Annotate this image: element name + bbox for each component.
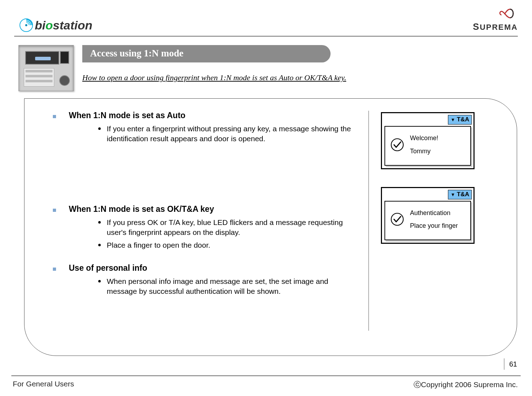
screen-text: Welcome! Tommy xyxy=(410,133,438,156)
brand-logo-left: biostation xyxy=(19,18,92,32)
list-item: If you enter a fingerprint without press… xyxy=(98,124,358,144)
list-item: Place a finger to open the door. xyxy=(98,240,358,250)
infinity-icon xyxy=(498,7,518,19)
list-item: When personal info image and message are… xyxy=(98,276,358,297)
section-heading: When 1:N mode is set as Auto xyxy=(69,111,185,120)
ta-badge: ▼ T&A xyxy=(448,190,472,199)
brand-logo-right: SUPREMA xyxy=(473,7,518,32)
bullet-square-icon xyxy=(53,209,56,212)
device-thumbnail-image xyxy=(18,45,74,91)
screen-text: Authentication Place your finger xyxy=(410,208,458,231)
check-circle-icon xyxy=(390,138,404,152)
content-panel: When 1:N mode is set as Auto If you ente… xyxy=(24,98,517,356)
bullet-square-icon xyxy=(53,115,56,118)
svg-point-1 xyxy=(25,24,27,26)
footer-left: For General Users xyxy=(13,380,74,390)
triangle-down-icon: ▼ xyxy=(450,192,455,197)
section-heading: Use of personal info xyxy=(69,263,147,273)
triangle-down-icon: ▼ xyxy=(450,117,455,122)
ta-badge: ▼ T&A xyxy=(448,115,472,125)
footer-right: ⓒCopyright 2006 Suprema Inc. xyxy=(414,380,518,390)
check-circle-icon xyxy=(390,212,404,226)
page-subtitle: How to open a door using fingerprint whe… xyxy=(82,73,521,82)
header-divider xyxy=(14,36,518,37)
svg-point-2 xyxy=(391,139,403,151)
page-title: Access using 1:N mode xyxy=(82,45,331,62)
brand-right-text: UPREMA xyxy=(480,23,518,32)
device-screen-mock: ▼ T&A Welcome! Tommy xyxy=(381,112,475,169)
page-number: 61 xyxy=(504,358,517,370)
svg-point-3 xyxy=(391,213,403,225)
swirl-icon xyxy=(19,18,33,32)
device-screen-mock: ▼ T&A Authentication Place your finger xyxy=(381,187,475,244)
bullet-square-icon xyxy=(53,268,56,271)
brand-left-text: biostation xyxy=(35,18,92,32)
section-heading: When 1:N mode is set as OK/T&A key xyxy=(69,204,214,214)
list-item: If you press OK or T/A key, blue LED fli… xyxy=(98,218,358,238)
